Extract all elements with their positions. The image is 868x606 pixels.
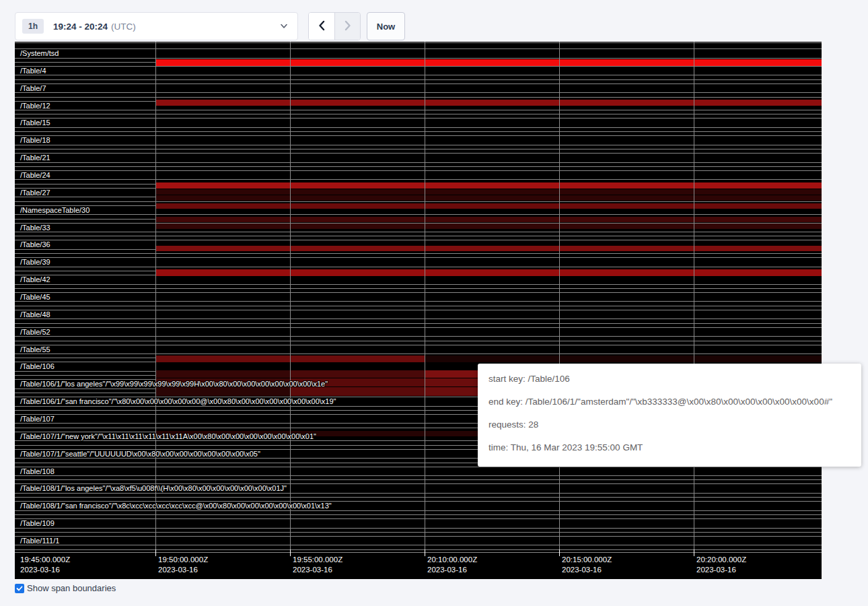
show-span-boundaries-control[interactable]: Show span boundaries: [15, 583, 116, 593]
span-boundary-line: [15, 536, 822, 537]
heat-band: [155, 224, 822, 229]
span-boundary-line: [15, 341, 822, 341]
span-label: /Table/48: [20, 310, 50, 318]
previous-range-button[interactable]: [309, 13, 334, 40]
span-boundary-line: [15, 48, 822, 49]
span-label: /Table/106: [20, 362, 55, 370]
span-boundary-line: [15, 110, 822, 110]
span-boundary-line: [15, 306, 822, 306]
bucket-boundary-line: [694, 42, 694, 552]
chevron-right-icon: [344, 20, 352, 33]
x-axis-tick-label: 20:20:00.000Z2023-03-16: [696, 555, 746, 575]
show-span-boundaries-label: Show span boundaries: [27, 583, 116, 593]
tick-date: 2023-03-16: [293, 565, 342, 575]
span-label: /Table/33: [20, 224, 50, 232]
tick-time: 19:50:00.000Z: [158, 555, 208, 565]
span-boundary-line: [15, 127, 822, 128]
chevron-left-icon: [318, 20, 326, 33]
bucket-boundary-line: [559, 42, 560, 552]
span-label: /Table/108: [20, 467, 55, 475]
span-boundary-line: [15, 497, 822, 498]
span-boundary-line: [15, 323, 822, 324]
heat-band: [425, 356, 822, 362]
span-boundary-line: [15, 318, 822, 319]
heat-band: [155, 182, 822, 189]
span-boundary-line: [15, 493, 822, 494]
span-label: /Table/39: [20, 258, 50, 266]
span-label: /Table/108/1/"san francisco"/"\x8c\xcc\x…: [20, 502, 332, 510]
span-boundary-line: [15, 97, 822, 98]
chevron-down-icon: [280, 24, 288, 29]
span-boundary-line: [15, 327, 822, 328]
heat-band: [155, 195, 822, 201]
span-boundary-line: [15, 257, 822, 258]
time-range-selector[interactable]: 1h 19:24 - 20:24 (UTC): [15, 12, 298, 40]
key-visualizer[interactable]: /System/tsd/Table/4/Table/7/Table/12/Tab…: [15, 42, 822, 579]
span-boundary-line: [15, 292, 822, 293]
next-range-button[interactable]: [334, 13, 360, 40]
span-boundary-line: [15, 236, 822, 236]
range-duration-badge: 1h: [22, 19, 44, 34]
span-boundary-line: [15, 518, 822, 519]
heat-band: [155, 203, 822, 209]
span-label: /Table/12: [20, 102, 50, 110]
span-boundary-line: [15, 310, 822, 310]
span-boundary-line: [15, 545, 822, 545]
tick-date: 2023-03-16: [158, 565, 208, 575]
span-boundary-line: [15, 135, 822, 136]
show-span-boundaries-checkbox[interactable]: [15, 584, 24, 593]
span-boundary-line: [15, 162, 822, 163]
span-label: /Table/42: [20, 275, 50, 283]
tick-date: 2023-03-16: [696, 565, 746, 575]
span-label: /Table/106/1/"san francisco"/"\x80\x00\x…: [20, 397, 336, 405]
span-boundary-line: [15, 345, 822, 345]
x-axis-tick-label: 19:45:00.000Z2023-03-16: [20, 555, 70, 575]
span-label: /Table/52: [20, 328, 50, 336]
span-label: /Table/106/1/"los angeles"/"\x99\x99\x99…: [20, 380, 328, 388]
span-label: /Table/111/1: [20, 537, 59, 545]
tick-date: 2023-03-16: [427, 565, 477, 575]
span-boundary-line: [15, 288, 822, 289]
span-boundary-line: [15, 166, 822, 167]
span-boundary-line: [15, 214, 822, 215]
span-boundary-line: [15, 510, 822, 511]
heat-band: [155, 269, 822, 276]
span-boundary-line: [15, 170, 822, 171]
tick-time: 19:45:00.000Z: [20, 555, 70, 565]
range-nav-button-group: [308, 12, 361, 40]
span-boundary-line: [15, 79, 822, 80]
toolbar: 1h 19:24 - 20:24 (UTC) Now: [0, 0, 868, 42]
heat-band: [155, 100, 822, 106]
span-label: /Table/7: [20, 84, 46, 92]
tooltip-time: time: Thu, 16 Mar 2023 19:55:00 GMT: [489, 436, 851, 459]
span-boundary-line: [15, 284, 822, 285]
span-boundary-line: [15, 549, 822, 550]
check-icon: [16, 582, 23, 595]
span-label: /Table/45: [20, 293, 50, 301]
span-boundary-line: [15, 58, 822, 59]
now-button[interactable]: Now: [367, 12, 405, 40]
span-boundary-line: [15, 336, 822, 337]
span-boundary-line: [15, 301, 822, 302]
span-boundary-line: [15, 149, 822, 149]
tick-time: 20:15:00.000Z: [562, 555, 612, 565]
span-label: /NamespaceTable/30: [20, 206, 89, 214]
span-label: /System/tsd: [20, 49, 59, 57]
span-boundary-line: [15, 253, 822, 254]
x-axis-tick-label: 20:15:00.000Z2023-03-16: [562, 555, 612, 575]
heat-band: [155, 246, 822, 251]
span-boundary-line: [15, 114, 822, 114]
span-label: /Table/21: [20, 154, 50, 162]
span-label: /Table/18: [20, 136, 50, 144]
span-label: /Table/107/1/"seattle"/"UUUUUUD\x00\x80\…: [20, 450, 260, 458]
span-label: /Table/107: [20, 415, 55, 423]
span-boundary-line: [15, 479, 822, 480]
span-boundary-line: [15, 475, 822, 476]
tooltip-end-key: end key: /Table/106/1/"amsterdam"/"\xb33…: [489, 390, 851, 413]
span-label: /Table/109: [20, 519, 55, 527]
span-boundary-line: [15, 145, 822, 145]
x-axis-tick-mark: [694, 549, 694, 556]
tick-time: 20:20:00.000Z: [696, 555, 746, 565]
heat-band: [290, 370, 425, 378]
span-label: /Table/24: [20, 171, 50, 179]
